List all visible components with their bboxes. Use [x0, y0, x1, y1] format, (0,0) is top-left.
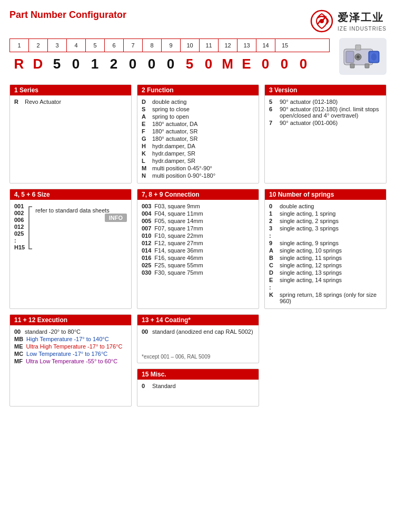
spring-b: Bsingle acting, 11 springs: [269, 255, 382, 261]
execution-card: 11 + 12 Execution 00 standard -20° to 80…: [9, 314, 132, 407]
pn-pos-9: 9: [162, 39, 181, 52]
coating-card: 13 + 14 Coating* 00 standard (anodized e…: [137, 314, 259, 363]
version-header: 3 Version: [265, 85, 386, 95]
connection-body: 003F03, square 9mm 004F04, square 11mm 0…: [137, 200, 259, 280]
spring-a: Asingle acting, 10 springs: [269, 247, 382, 254]
func-row-d: Ddouble acting: [142, 99, 254, 105]
function-body: Ddouble acting Sspring to close Aspring …: [137, 95, 259, 183]
pn-pos-5: 5: [86, 39, 105, 52]
exec-00: 00 standard -20° to 80°C: [14, 328, 127, 335]
size-header: 4, 5 + 6 Size: [10, 189, 131, 200]
svg-point-6: [357, 55, 360, 59]
pn-char-8: 0: [142, 53, 161, 74]
series-row-r: R Revo Actuator: [14, 99, 127, 105]
svg-point-11: [371, 53, 377, 61]
brand-name-cn: 爱泽工业: [338, 11, 387, 25]
info-button[interactable]: INFO: [105, 214, 127, 222]
pn-char-9: 0: [161, 53, 180, 74]
coating-body: 00 standard (anodized end cap RAL 5002): [137, 325, 259, 352]
pn-char-4: 0: [66, 53, 85, 74]
func-row-k: Khydr.damper, SR: [142, 150, 254, 157]
svg-rect-7: [355, 45, 361, 50]
svg-rect-4: [346, 51, 354, 63]
pn-char-7: 0: [123, 53, 142, 74]
coat-00: 00 standard (anodized end cap RAL 5002): [142, 328, 254, 335]
pn-pos-8: 8: [143, 39, 162, 52]
execution-header: 11 + 12 Execution: [10, 315, 131, 325]
execution-body: 00 standard -20° to 80°C MB High Tempera…: [10, 325, 131, 369]
pn-pos-13: 13: [237, 39, 256, 52]
spring-9: 9single acting, 9 springs: [269, 240, 382, 246]
conn-030: 030F30, square 75mm: [142, 269, 254, 276]
conn-016: 016F16, square 46mm: [142, 255, 254, 261]
func-row-s: Sspring to close: [142, 106, 254, 112]
func-row-m: Mmulti position 0-45°-90°: [142, 165, 254, 171]
ver-row-7: 790° actuator (001-006): [269, 120, 382, 126]
pn-pos-11: 11: [200, 39, 219, 52]
conn-025: 025F25, square 55mm: [142, 262, 254, 268]
spring-3: 3single acting, 3 springs: [269, 225, 382, 231]
actuator-image: [340, 38, 386, 74]
pn-char-3: 5: [47, 53, 66, 74]
exec-me: ME Ultra High Temperature -17° to 176°C: [14, 343, 127, 350]
pn-char-15: 0: [275, 53, 294, 74]
spring-k: Kspring return, 18 springs (only for siz…: [269, 292, 382, 304]
springs-header: 10 Number of springs: [265, 189, 386, 200]
spring-0: 0double acting: [269, 203, 382, 209]
size-codes: 001 002 006 012 025 : H15: [14, 203, 25, 250]
pn-pos-14: 14: [256, 39, 275, 52]
springs-card: 10 Number of springs 0double acting 1sin…: [264, 189, 387, 309]
series-card: 1 Series R Revo Actuator: [9, 84, 132, 183]
size-label: refer to standard data sheets: [35, 203, 127, 214]
pn-char-14: 0: [256, 53, 275, 74]
springs-body: 0double acting 1single acting, 1 spring …: [265, 200, 386, 308]
svg-rect-8: [350, 64, 354, 68]
coating-misc-col: 13 + 14 Coating* 00 standard (anodized e…: [137, 314, 259, 407]
coating-header: 13 + 14 Coating*: [137, 315, 259, 325]
func-row-n: Nmulti position 0-90°-180°: [142, 172, 254, 179]
pn-pos-7: 7: [124, 39, 143, 52]
function-card: 2 Function Ddouble acting Sspring to clo…: [137, 84, 259, 183]
func-row-f: F180° actuator, SR: [142, 128, 254, 134]
pn-pos-4: 4: [67, 39, 86, 52]
misc-body: 0 Standard: [137, 380, 259, 406]
page-title: Part Number Configurator: [9, 9, 126, 21]
svg-rect-9: [365, 64, 369, 68]
pn-position-row: 1 2 3 4 5 6 7 8 9 10 11 12 13 14 15: [9, 38, 330, 52]
product-image: [339, 38, 387, 75]
size-bracket: [27, 204, 33, 252]
misc-header: 15 Misc.: [137, 369, 259, 380]
spring-d: Dsingle acting, 13 springs: [269, 269, 382, 276]
connection-header: 7, 8 + 9 Connection: [137, 189, 259, 200]
pn-pos-2: 2: [29, 39, 48, 52]
row-2-sections: 4, 5 + 6 Size 001 002 006 012 025 : H15: [9, 189, 387, 309]
func-row-h: Hhydr.damper, DA: [142, 143, 254, 149]
brand-name-en: IZE INDUSTRIES: [338, 26, 387, 32]
function-header: 2 Function: [137, 85, 259, 95]
ver-row-6: 690° actuator (012-180) (incl. limit sto…: [269, 106, 382, 119]
spring-c: Csingle acting, 12 springs: [269, 262, 382, 268]
size-card: 4, 5 + 6 Size 001 002 006 012 025 : H15: [9, 189, 132, 309]
misc-0: 0 Standard: [142, 383, 254, 389]
misc-card: 15 Misc. 0 Standard: [137, 369, 259, 407]
empty-col: [264, 314, 387, 407]
version-card: 3 Version 590° actuator (012-180) 690° a…: [264, 84, 387, 183]
exec-mf: MF Ultra Low Temperature -55° to 60°C: [14, 358, 127, 364]
pn-pos-6: 6: [105, 39, 124, 52]
exec-mc: MC Low Temperature -17° to 176°C: [14, 351, 127, 357]
pn-chars-row: R D 5 0 1 2 0 0 0 5 0 M E 0 0 0: [9, 53, 330, 74]
pn-char-2: D: [28, 53, 47, 74]
pn-char-12: M: [218, 53, 237, 74]
pn-char-5: 1: [85, 53, 104, 74]
ver-row-5: 590° actuator (012-180): [269, 99, 382, 105]
func-row-g: G180° actuator, SR: [142, 136, 254, 142]
row-3-sections: 11 + 12 Execution 00 standard -20° to 80…: [9, 314, 387, 407]
size-body: 001 002 006 012 025 : H15 refer to stand…: [10, 200, 131, 255]
coating-note: *except 001 – 006, RAL 5009: [137, 354, 259, 363]
exec-mb: MB High Temperature -17° to 140°C: [14, 336, 127, 342]
series-header: 1 Series: [10, 85, 131, 95]
pn-char-13: E: [237, 53, 256, 74]
connection-card: 7, 8 + 9 Connection 003F03, square 9mm 0…: [137, 189, 259, 309]
spring-1: 1single acting, 1 spring: [269, 210, 382, 217]
conn-012: 012F12, square 27mm: [142, 240, 254, 246]
